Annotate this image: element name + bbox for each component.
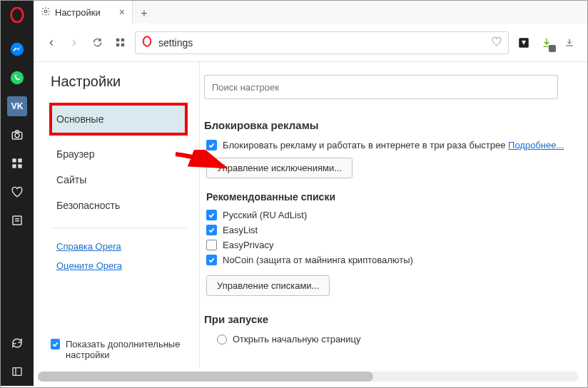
svg-rect-19 — [116, 39, 118, 41]
manage-exceptions-button[interactable]: Управление исключениями... — [206, 158, 353, 178]
svg-rect-12 — [13, 368, 21, 376]
scrollbar-thumb[interactable] — [38, 372, 373, 382]
svg-point-2 — [11, 71, 24, 84]
news-icon[interactable] — [7, 210, 27, 230]
settings-main: Блокировка рекламы Блокировать рекламу и… — [199, 62, 583, 367]
tab-title: Настройки — [55, 7, 101, 18]
list-easyprivacy[interactable]: EasyPrivacy — [206, 240, 573, 250]
checkbox-icon — [206, 240, 217, 250]
rate-link[interactable]: Оцените Opera — [56, 260, 186, 271]
checkbox-icon — [51, 339, 60, 349]
sidebar-item-browser[interactable]: Браузер — [51, 141, 186, 167]
content-area: Настройки Основные Браузер Сайты Безопас… — [34, 62, 583, 367]
startup-open-start-page[interactable]: Открыть начальную страницу — [217, 334, 573, 344]
recommended-lists-title: Рекомендованные списки — [206, 191, 573, 203]
settings-sidebar: Настройки Основные Браузер Сайты Безопас… — [34, 62, 199, 367]
adblock-toggle[interactable]: Блокировать рекламу и работать в интерне… — [206, 140, 573, 150]
help-link[interactable]: Справка Opera — [56, 241, 186, 252]
tab-strip: Настройки × + — [34, 1, 587, 24]
svg-rect-22 — [121, 44, 123, 46]
show-advanced-toggle[interactable]: Показать дополнительные настройки — [51, 339, 186, 360]
close-tab-icon[interactable]: × — [119, 6, 125, 18]
address-text: settings — [158, 37, 485, 48]
svg-rect-20 — [121, 39, 123, 41]
checkbox-icon — [206, 210, 217, 220]
vk-icon[interactable]: VK — [7, 96, 27, 116]
whatsapp-icon[interactable] — [7, 68, 27, 88]
address-bar[interactable]: settings — [135, 31, 509, 54]
extension-icon[interactable] — [516, 35, 532, 51]
heart-icon[interactable] — [7, 182, 27, 202]
svg-rect-6 — [18, 158, 21, 162]
sidebar-item-basic[interactable]: Основные — [51, 104, 186, 134]
opera-o-icon — [141, 36, 153, 49]
adblock-section-title: Блокировка рекламы — [204, 119, 573, 131]
sidebar-title: Настройки — [51, 73, 186, 90]
forward-button[interactable] — [66, 35, 82, 51]
sidebar-toggle-icon[interactable] — [7, 362, 27, 382]
sidebar-item-sites[interactable]: Сайты — [51, 167, 186, 193]
sync-icon[interactable] — [7, 333, 27, 353]
learn-more-link[interactable]: Подробнее... — [508, 140, 564, 150]
svg-rect-21 — [116, 44, 118, 46]
manage-lists-button[interactable]: Управление списками... — [206, 275, 330, 296]
opera-logo-icon — [7, 5, 27, 25]
tab-settings[interactable]: Настройки × — [34, 1, 133, 24]
sidebar-item-security[interactable]: Безопасность — [51, 193, 186, 218]
new-tab-button[interactable]: + — [133, 4, 156, 24]
horizontal-scrollbar[interactable] — [38, 372, 579, 382]
svg-rect-5 — [12, 158, 16, 162]
messenger-icon[interactable] — [7, 39, 27, 59]
svg-rect-8 — [18, 164, 21, 168]
back-button[interactable] — [44, 35, 59, 51]
checkbox-icon — [206, 140, 217, 150]
list-nocoin[interactable]: NoCoin (защита от майнинга криптовалюты) — [206, 255, 573, 265]
svg-point-18 — [44, 10, 47, 13]
gear-icon — [41, 6, 51, 19]
save-page-icon[interactable] — [562, 35, 577, 51]
left-rail: VK — [1, 1, 34, 386]
radio-icon — [217, 335, 227, 344]
bookmark-heart-icon[interactable] — [491, 36, 502, 49]
checkbox-icon — [206, 255, 217, 265]
nav-bar: settings — [34, 24, 587, 62]
checkbox-icon — [206, 225, 217, 235]
camera-icon[interactable] — [7, 125, 27, 145]
reload-button[interactable] — [89, 35, 105, 51]
settings-search-input[interactable] — [204, 75, 558, 99]
svg-point-4 — [15, 133, 19, 138]
startup-section-title: При запуске — [204, 313, 573, 325]
svg-point-0 — [11, 8, 24, 22]
list-ru-adlist[interactable]: Русский (RU AdList) — [206, 210, 573, 220]
downloads-icon[interactable] — [539, 35, 554, 51]
speed-dial-button[interactable] — [112, 35, 128, 51]
svg-rect-7 — [12, 164, 16, 168]
svg-point-23 — [143, 36, 151, 46]
list-easylist[interactable]: EasyList — [206, 225, 573, 235]
speed-dial-icon[interactable] — [7, 153, 27, 173]
